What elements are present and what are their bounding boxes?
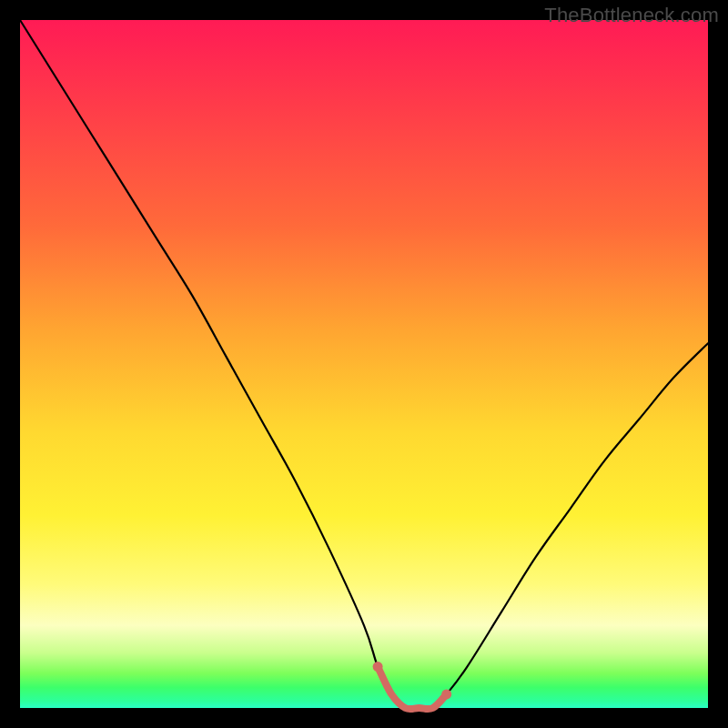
bottleneck-curve-path [20, 20, 708, 709]
watermark-text: TheBottleneck.com [544, 4, 719, 27]
chart-plot-area [20, 20, 708, 708]
chart-frame: TheBottleneck.com [0, 0, 728, 728]
optimal-zone-start-dot [373, 662, 383, 672]
chart-svg [20, 20, 708, 708]
optimal-zone-path [378, 667, 447, 710]
optimal-zone-end-dot [441, 689, 451, 699]
